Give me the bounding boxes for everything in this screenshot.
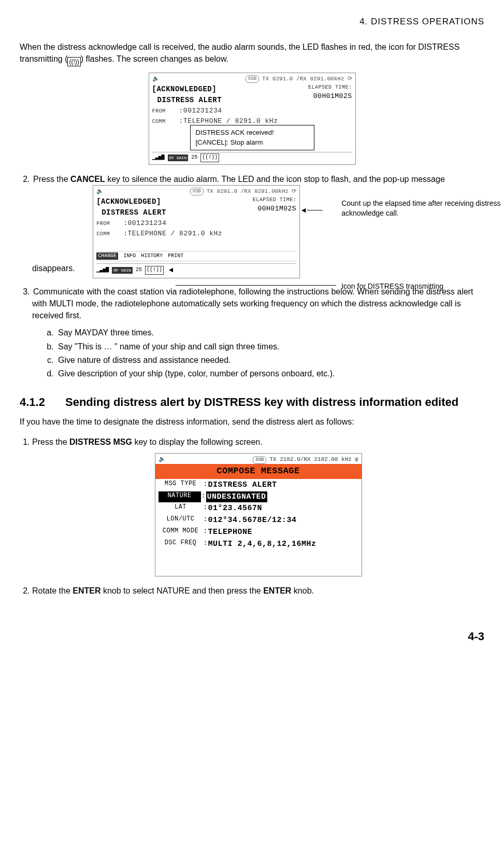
figure-ack-popup: 🔈 SSB TX 8291.0 /RX 8291.00kHz ⟳ [ACKNOW… [20,73,484,165]
step-2: Press the CANCEL key to silence the audi… [32,173,484,278]
freq-display: TX 8291.0 /RX 8291.00kHz [207,188,289,196]
distress-alert-title: DISTRESS ALERT [96,207,166,218]
tx-icon: ((!)) [200,153,219,162]
popup-message: DISTRESS ACK received! [CANCEL]: Stop al… [190,125,314,150]
figure-ack-after: 🔈 SSB TX 8291.0 /RX 8291.00kHz ⟳ [ACKNOW… [93,185,300,278]
section-number: 4.1.2 [20,394,65,411]
comm-value: :TELEPHONE / 8291.0 kHz [179,117,278,125]
step-3: Communicate with the coast station via r… [32,286,484,379]
cancel-key: CANCEL [70,175,105,184]
freq-display: TX 8291.0 /RX 8291.00kHz [262,75,344,83]
signal-icon: ▁▃▅▇ [96,266,109,274]
speaker-icon: 🔈 [96,188,104,196]
step3-text: Communicate with the coast station via r… [32,287,473,320]
lon-label: LON/UTC [159,515,203,526]
intro-text-b: ) flashes. The screen changes as below. [81,54,228,63]
tab-history: HISTORY [141,252,163,260]
step3-b: Say "This is … " name of your ship and c… [56,341,484,353]
rf-gain-value: 25 [191,154,197,162]
dsc-freq-label: DSC FREQ [159,539,203,550]
page-number: 4-3 [20,628,484,645]
section-title: Sending distress alert by DISTRESS key w… [65,394,458,411]
s412-step-1: Press the DISTRESS MSG key to display th… [32,436,484,576]
ssb-badge: SSB [253,456,266,464]
figure-compose: 🔈 SSB TX 2182.0/RX 2182.00 kHz ψ COMPOSE… [32,453,484,576]
elapsed-value: 00H01M02S [253,204,297,214]
s412-step2-b: knob to select NATURE and then press the [101,586,264,595]
speaker-icon: 🔈 [159,456,166,464]
from-value: :001231234 [179,107,222,115]
tab-change: CHANGE [96,252,118,260]
tab-info: INFO [123,252,136,260]
ssb-badge: SSB [246,75,259,83]
page-header: 4. DISTRESS OPERATIONS [20,16,484,29]
rf-gain-value: 25 [136,266,142,274]
compose-title: COMPOSE MESSAGE [155,464,362,479]
section-heading: 4.1.2 Sending distress alert by DISTRESS… [20,394,484,411]
freq-display: TX 2182.0/RX 2182.00 kHz [269,456,351,464]
callout-tx-icon: Icon for DISTRESS transmitting [341,281,504,292]
step3-a: Say MAYDAY three times. [56,327,484,339]
popup-line2: [CANCEL]: Stop alarm [196,137,309,148]
elapsed-label: ELAPSED TIME: [308,84,352,92]
section-intro: If you have the time to designate the di… [20,416,484,428]
elapsed-value: 00H01M02S [308,92,352,102]
from-label: FROM [152,108,166,114]
enter-key-1: ENTER [73,586,100,595]
from-label: FROM [96,221,110,227]
comm-label: COMM [96,231,110,237]
distress-alert-title: DISTRESS ALERT [152,95,222,105]
comm-value: :TELEPHONE / 8291.0 kHz [123,230,222,237]
rf-gain-label: RF GAIN [112,267,133,274]
comm-mode-label: COMM MODE [159,527,203,538]
callout-elapsed: Count up the elapsed time after receivin… [341,199,504,219]
nature-value: UNDESIGNATED [206,491,267,503]
arrow-left-icon: ◄ [169,265,173,275]
speaker-icon: 🔈 [152,75,160,83]
lat-label: LAT [159,503,203,514]
dsc-freq-value: MULTI 2,4,6,8,12,16MHz [208,539,316,550]
intro-paragraph: When the distress acknowledge call is re… [20,41,484,66]
callout-line [176,285,336,286]
step2-a: Press the [33,175,70,184]
elapsed-label: ELAPSED TIME: [253,196,297,204]
popup-line1: DISTRESS ACK received! [196,128,309,138]
distress-tx-icon: ((!)) [67,57,80,66]
s412-step2-c: knob. [291,586,314,595]
comm-label: COMM [152,119,166,124]
ssb-badge: SSB [190,188,204,195]
signal-icon: ▁▃▅▇ [152,154,165,162]
ack-status: [ACKNOWLEDGED] [96,196,166,207]
lat-value: 01°23.4567N [208,503,263,514]
step3-c: Give nature of distress and assistance n… [56,354,484,366]
s412-step1-a: Press the [32,438,69,446]
from-value: :001231234 [123,219,166,227]
ack-status: [ACKNOWLEDGED] [152,84,222,94]
distress-msg-key: DISTRESS MSG [69,438,132,446]
spinner-icon: ⟳ [348,75,352,83]
s412-step-2: Rotate the ENTER knob to select NATURE a… [32,585,484,597]
msg-type-value: DISTRESS ALERT [208,480,277,491]
tab-print: PRINT [168,252,183,260]
tx-icon: ((!)) [145,266,164,275]
spinner-icon: ⟳ [292,188,296,196]
s412-step2-a: Rotate the [32,586,73,595]
step3-d: Give description of your ship (type, col… [56,368,484,379]
nature-label: NATURE [159,491,201,503]
antenna-icon: ψ [355,456,358,464]
enter-key-2: ENTER [263,586,291,595]
msg-type-label: MSG TYPE [159,480,203,491]
comm-mode-value: TELEPHONE [208,527,253,538]
lon-value: 012°34.5678E/12:34 [208,515,297,526]
s412-step1-b: key to display the following screen. [132,438,263,446]
arrow-left-icon: ◄─── [300,205,323,215]
rf-gain-label: RF GAIN [168,154,189,162]
